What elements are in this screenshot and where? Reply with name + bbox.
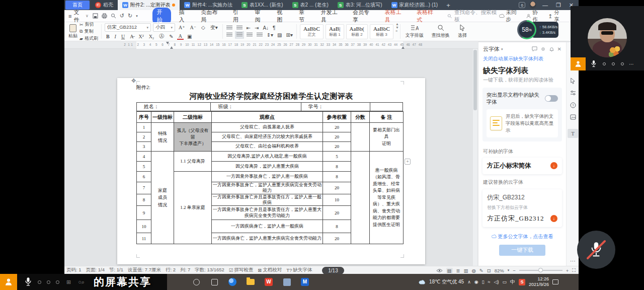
browser-icon[interactable]	[227, 277, 237, 287]
cell-weight[interactable]: 20	[323, 123, 351, 132]
table-header-cell[interactable]: 观察点	[212, 112, 323, 123]
action-center-icon[interactable]	[552, 279, 558, 284]
name-row-cell[interactable]	[370, 103, 403, 111]
style-item[interactable]: AaBbC标题 3	[370, 24, 393, 39]
cell-observation[interactable]: 一方因意外事故身亡，监护人患重大疾病完全丧失劳动能力	[212, 182, 323, 194]
superscript-button[interactable]: X²	[137, 34, 145, 39]
cursor-tool-icon[interactable]	[567, 78, 579, 85]
taskbar-clock[interactable]: 12:26 2021/9/26	[529, 276, 549, 288]
help-icon[interactable]: ?	[567, 102, 579, 109]
cell-seq[interactable]: 5	[137, 162, 151, 172]
cell-weight[interactable]: 20	[323, 233, 351, 244]
increase-indent-icon[interactable]: ⇥	[255, 25, 259, 31]
read-view-icon[interactable]: ▥	[463, 268, 468, 273]
style-item[interactable]: AaBb(标题 2	[346, 24, 368, 39]
status-item[interactable]: 页面: 1/4	[86, 267, 105, 273]
fixable-font-card[interactable]: 方正小标宋简体 ↓	[482, 158, 562, 174]
account-avatar[interactable]	[529, 2, 536, 9]
shrink-font-button[interactable]: A⁻	[188, 25, 198, 30]
status-item[interactable]: 列: 7	[180, 267, 190, 273]
cell-weight[interactable]: 20	[323, 142, 351, 152]
justify-icon[interactable]	[257, 33, 263, 37]
cell-weight[interactable]: 20	[323, 132, 351, 142]
speed-ball-ring[interactable]: 58%	[517, 20, 536, 39]
cell-weight[interactable]: 20	[323, 182, 351, 194]
panel-title-dropdown[interactable]: 云字体	[483, 45, 500, 53]
show-marks-icon[interactable]: ¶	[273, 25, 275, 31]
minimize-button[interactable]: —	[540, 2, 550, 8]
cell-observation[interactable]: 因父母离异，监护人患重大疾病	[212, 162, 323, 172]
docs-app-icon[interactable]	[282, 277, 292, 287]
cell-level1[interactable]: 特殊 情况	[151, 123, 174, 152]
cell-observation[interactable]: 一方因意外事故身亡并且是事故责任方，监护人患一般疾病	[212, 194, 323, 206]
zoom-in-button[interactable]: +	[566, 268, 569, 273]
status-check-1[interactable]: ☑拼写检查	[229, 267, 254, 273]
cell-weight[interactable]: 8	[323, 220, 351, 233]
char-shading-button[interactable]: ▣	[186, 34, 193, 39]
copy-button[interactable]: ⧉复制	[79, 28, 98, 35]
assessment-table[interactable]: 序号一级指标二级指标观察点参考权重分数备 注1特殊 情况孤儿（父母没有留 下丰厚…	[136, 111, 404, 244]
task-view-icon[interactable]	[209, 277, 219, 287]
status-item[interactable]: 行: 2	[166, 267, 176, 273]
font-color-button[interactable]: A	[177, 33, 184, 40]
fit-page-icon[interactable]: ⊡	[487, 268, 491, 273]
network-icon[interactable]: ≈	[488, 279, 491, 284]
underline-button[interactable]: U	[120, 34, 126, 39]
table-header-cell[interactable]: 序号	[137, 112, 151, 123]
cell-observation[interactable]: 一方因意外事故身亡并且是事故责任方，监护人患重大疾病完全丧失劳动能力	[212, 206, 323, 220]
weather-temp[interactable]: 18℃ 空气优 45	[429, 278, 464, 285]
zoom-slider[interactable]	[519, 270, 562, 271]
customize-caret-icon[interactable]: ▾	[136, 14, 138, 18]
cell-weight[interactable]: 8	[323, 162, 351, 172]
participant-icon[interactable]	[571, 57, 586, 70]
more-tools-icon[interactable]: ⋯	[567, 258, 579, 264]
app-m-icon[interactable]: M	[300, 277, 310, 287]
cell-seq[interactable]: 4	[137, 152, 151, 162]
tray-expand-icon[interactable]: ∧	[467, 279, 471, 284]
download-all-button[interactable]: 一键下载	[499, 245, 545, 256]
cell-seq[interactable]: 2	[137, 132, 151, 142]
cell-seq[interactable]: 11	[137, 233, 151, 244]
grow-font-button[interactable]: A⁺	[177, 25, 187, 30]
find-replace-tool[interactable]: 查找替换	[428, 22, 454, 41]
zoom-slider-knob[interactable]	[538, 268, 543, 272]
cell-level2[interactable]: 1.1 父母离异	[174, 152, 212, 172]
disable-auto-show-link[interactable]: 关闭自动展示缺失字体列表	[478, 54, 566, 64]
cell-observation[interactable]: 父母双亡、由家庭经济压力比较大的亲戚抚养	[212, 132, 323, 142]
clear-format-button[interactable]: ◇	[200, 25, 207, 30]
cell-observation[interactable]: 父母双亡、由社会福利机构收养	[212, 142, 323, 152]
cell-level2[interactable]: 1.2 单亲家庭	[174, 172, 212, 244]
mute-button[interactable]	[577, 231, 615, 269]
suggest-font-card[interactable]: 仿宋_GB2312 替换下方相似云字体 方正仿宋_GB2312 ↓	[482, 189, 562, 227]
align-left-icon[interactable]	[226, 33, 232, 37]
zoom-caret-icon[interactable]: ▾	[508, 268, 510, 272]
cell-seq[interactable]: 9	[137, 206, 151, 220]
status-item[interactable]: 设置值: 7.7厘米	[128, 267, 161, 273]
webcam-tile[interactable]: ⋯	[571, 6, 644, 70]
cell-seq[interactable]: 6	[137, 172, 151, 182]
status-item[interactable]: 节: 1/1	[109, 267, 123, 273]
shortcut-badge[interactable]: 6	[519, 2, 525, 8]
cortana-icon[interactable]	[191, 277, 201, 287]
cell-observation[interactable]: 一方因疾病身亡，监护人患一般疾病	[212, 220, 323, 233]
decrease-indent-icon[interactable]: ⇤	[247, 25, 251, 31]
scrollbar-thumb[interactable]	[473, 50, 477, 110]
vertical-scrollbar[interactable]	[473, 49, 477, 266]
sort-icon[interactable]: A↓	[263, 25, 269, 31]
card-tool-icon[interactable]	[567, 114, 579, 121]
align-right-icon[interactable]	[247, 33, 253, 37]
bold-button[interactable]: B	[105, 34, 111, 39]
cell-score[interactable]	[351, 123, 370, 152]
page-view-icon[interactable]: ▤	[446, 268, 453, 273]
fullscreen-icon[interactable]: ⛶	[572, 267, 576, 273]
redo-icon[interactable]: ↻	[128, 13, 132, 19]
volume-icon[interactable]: ◁)	[494, 279, 499, 284]
ime-indicator[interactable]: 中	[510, 278, 515, 285]
phonetic-guide-button[interactable]: Ⓐ	[157, 33, 166, 40]
italic-button[interactable]: I	[113, 34, 118, 39]
table-header-cell[interactable]: 备 注	[370, 112, 404, 123]
cell-observation[interactable]: 一方因意外事故身亡，监护人患一般疾病	[212, 172, 323, 182]
zoom-level[interactable]: 82%	[495, 268, 504, 273]
zoom-out-button[interactable]: −	[513, 268, 516, 273]
download-badge-icon[interactable]: ↓	[550, 162, 557, 169]
